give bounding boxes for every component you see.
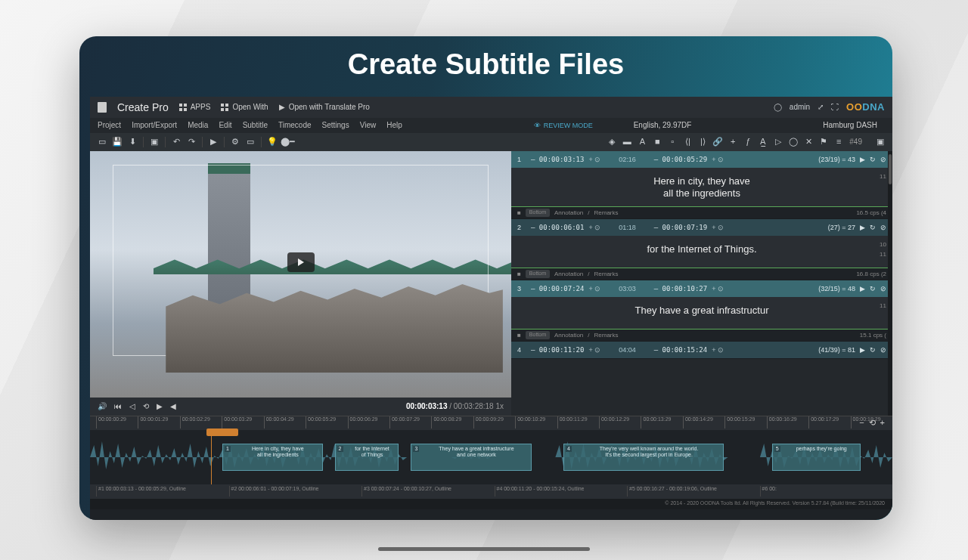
- scrollbar[interactable]: [888, 151, 892, 416]
- timeline-track[interactable]: 1Here in city, they haveall the ingredie…: [90, 430, 892, 484]
- language-label[interactable]: English, 29.97DF: [634, 121, 692, 130]
- timeline-block[interactable]: 4They're very well known around the worl…: [563, 444, 724, 471]
- timeline-block[interactable]: 1Here in city, they haveall the ingredie…: [222, 444, 323, 471]
- subtitle-text[interactable]: Here in city, they have all the ingredie…: [511, 168, 892, 206]
- cycle-icon[interactable]: ↻: [870, 285, 876, 293]
- subtitle-text[interactable]: They have a great infrastructur11: [511, 297, 892, 329]
- play-transport-icon[interactable]: ▶: [157, 402, 163, 411]
- open-with-button[interactable]: Open With: [221, 103, 268, 112]
- remarks-tab[interactable]: Remarks: [594, 209, 619, 217]
- check-icon[interactable]: ⊘: [880, 285, 886, 293]
- bottom-badge[interactable]: Bottom: [526, 331, 550, 339]
- text-a-icon[interactable]: A: [638, 138, 647, 147]
- play-icon[interactable]: ▶: [209, 138, 218, 147]
- tc-adjust-icon[interactable]: + ⊙: [712, 346, 724, 354]
- loop-icon[interactable]: ⟲: [143, 402, 149, 411]
- circle-icon[interactable]: ◯: [789, 138, 798, 147]
- tc-adjust-icon[interactable]: + ⊙: [712, 156, 724, 164]
- bottom-badge[interactable]: Bottom: [526, 270, 550, 277]
- play-row-icon[interactable]: ▶: [860, 285, 865, 293]
- tc-adjust-icon[interactable]: + ⊙: [712, 224, 724, 232]
- out-timecode[interactable]: — 00:00:07:19: [654, 224, 707, 232]
- playback-speed[interactable]: 1x: [495, 402, 504, 410]
- undo-icon[interactable]: ↶: [172, 138, 181, 147]
- tc-adjust-icon[interactable]: + ⊙: [588, 285, 600, 293]
- screenshot-icon[interactable]: ▣: [150, 138, 159, 147]
- gear-icon[interactable]: ⚙: [231, 138, 240, 147]
- out-timecode[interactable]: — 00:00:05:29: [654, 156, 707, 164]
- cycle-icon[interactable]: ↻: [870, 156, 876, 164]
- bolt-icon[interactable]: ƒ: [743, 138, 752, 147]
- check-icon[interactable]: ⊘: [880, 346, 886, 354]
- cycle-icon[interactable]: ↻: [870, 346, 876, 354]
- out-timecode[interactable]: — 00:00:15:24: [654, 346, 707, 354]
- subscript-icon[interactable]: ▫: [668, 138, 677, 147]
- in-timecode[interactable]: — 00:00:07:24: [531, 285, 584, 293]
- subtitle-row[interactable]: 4 — 00:00:11:20 + ⊙ 04:04 — 00:00:15:24 …: [511, 342, 892, 359]
- skip-icon[interactable]: ▷: [774, 138, 783, 147]
- video-preview[interactable]: Here in city, they have all the ingredie…: [90, 151, 511, 398]
- menu-import-export[interactable]: Import/Export: [132, 121, 177, 130]
- tc-adjust-icon[interactable]: + ⊙: [588, 156, 600, 164]
- layers-icon[interactable]: ◈: [607, 138, 616, 147]
- out-timecode[interactable]: — 00:00:10:27: [654, 285, 707, 293]
- username[interactable]: admin: [790, 103, 810, 112]
- tc-adjust-icon[interactable]: + ⊙: [588, 346, 600, 354]
- playhead[interactable]: [211, 430, 212, 484]
- play-row-icon[interactable]: ▶: [860, 224, 865, 232]
- menu-settings[interactable]: Settings: [322, 121, 349, 130]
- tc-adjust-icon[interactable]: + ⊙: [712, 285, 724, 293]
- subtitle-row[interactable]: 3 — 00:00:07:24 + ⊙ 03:03 — 00:00:10:27 …: [511, 280, 892, 342]
- next-frame-icon[interactable]: ◀: [170, 402, 176, 411]
- remarks-tab[interactable]: Remarks: [594, 332, 619, 339]
- subtitle-header[interactable]: 4 — 00:00:11:20 + ⊙ 04:04 — 00:00:15:24 …: [511, 342, 892, 358]
- tc-adjust-icon[interactable]: + ⊙: [588, 224, 600, 232]
- apps-button[interactable]: APPS: [179, 103, 211, 112]
- in-timecode[interactable]: — 00:00:11:20: [531, 346, 584, 354]
- close-x-icon[interactable]: ✕: [804, 138, 813, 147]
- menu-subtitle[interactable]: Subtitle: [243, 121, 268, 130]
- rect-icon[interactable]: ▬: [622, 138, 631, 147]
- cycle-icon[interactable]: ↻: [870, 224, 876, 232]
- timeline-block[interactable]: 3They have a great infrastructureand one…: [411, 444, 531, 471]
- timeline-zoom[interactable]: − ⟲ +: [859, 418, 885, 428]
- zoom-reset-icon[interactable]: ⟲: [869, 418, 876, 428]
- save-icon[interactable]: 💾: [113, 138, 122, 147]
- annotation-tab[interactable]: Annotation: [554, 209, 583, 217]
- settings-panel-icon[interactable]: ▣: [876, 138, 885, 147]
- play-row-icon[interactable]: ▶: [860, 346, 865, 354]
- zoom-in-icon[interactable]: +: [880, 418, 885, 428]
- subtitle-list[interactable]: 1 — 00:00:03:13 + ⊙ 02:16 — 00:00:05:29 …: [511, 151, 892, 416]
- redo-icon[interactable]: ↷: [187, 138, 196, 147]
- check-icon[interactable]: ⊘: [880, 224, 886, 232]
- review-mode-badge[interactable]: 👁 REVIEW MODE: [534, 122, 593, 130]
- link-icon[interactable]: 🔗: [713, 138, 722, 147]
- fullscreen-icon[interactable]: ⛶: [831, 103, 839, 112]
- zoom-out-icon[interactable]: −: [859, 418, 864, 428]
- volume-icon[interactable]: 🔊: [98, 402, 107, 411]
- subtitle-row[interactable]: 2 — 00:00:06:01 + ⊙ 01:18 — 00:00:07:19 …: [511, 219, 892, 280]
- check-icon[interactable]: ⊘: [880, 156, 886, 164]
- out-bracket-icon[interactable]: |⟩: [698, 138, 707, 147]
- menu-view[interactable]: View: [360, 121, 377, 130]
- in-bracket-icon[interactable]: ⟨|: [683, 138, 692, 147]
- plus-icon[interactable]: +: [728, 138, 737, 147]
- annotation-tab[interactable]: Annotation: [554, 271, 583, 278]
- play-button[interactable]: [287, 252, 315, 272]
- timeline[interactable]: − ⟲ + 00:00:00:2900:00:01:2900:00:02:290…: [90, 416, 892, 499]
- play-row-icon[interactable]: ▶: [860, 156, 865, 164]
- open-translate-button[interactable]: ▶Open with Translate Pro: [279, 103, 370, 112]
- timeline-block[interactable]: 2for the Internetof Things: [335, 444, 399, 471]
- download-icon[interactable]: ⬇: [128, 138, 137, 147]
- subtitle-row[interactable]: 1 — 00:00:03:13 + ⊙ 02:16 — 00:00:05:29 …: [511, 151, 892, 219]
- flag-icon[interactable]: ⚑: [819, 138, 828, 147]
- timeline-block[interactable]: 5perhaps they're going: [772, 444, 861, 471]
- subtitle-text[interactable]: for the Internet of Things.10 11: [511, 236, 892, 268]
- toggle-icon[interactable]: ⬤━: [283, 138, 292, 147]
- timeline-ruler[interactable]: 00:00:00:2900:00:01:2900:00:02:2900:00:0…: [90, 416, 892, 429]
- menu-project[interactable]: Project: [98, 121, 121, 130]
- subtitle-header[interactable]: 1 — 00:00:03:13 + ⊙ 02:16 — 00:00:05:29 …: [511, 151, 892, 168]
- menu-edit[interactable]: Edit: [219, 121, 231, 130]
- expand-icon[interactable]: ⤢: [818, 103, 824, 112]
- menu-timecode[interactable]: Timecode: [278, 121, 312, 130]
